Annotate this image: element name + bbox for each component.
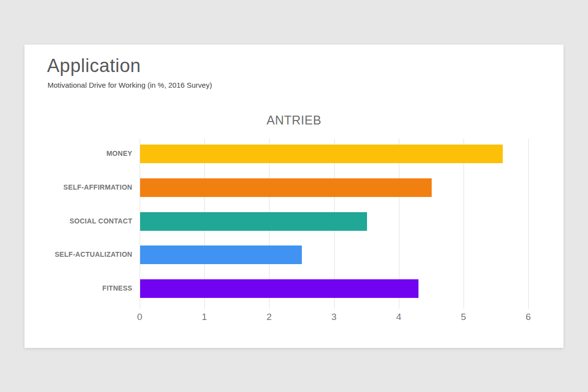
category-label: SOCIAL CONTACT xyxy=(24,217,132,225)
x-tick-label: 1 xyxy=(190,312,219,322)
slide-subtitle: Motivational Drive for Working (in %, 20… xyxy=(48,81,212,89)
bar xyxy=(140,279,418,298)
bar xyxy=(140,178,432,197)
x-tick-label: 2 xyxy=(254,312,284,322)
bar xyxy=(140,212,367,231)
bar xyxy=(140,245,302,264)
category-label: SELF-ACTUALIZATION xyxy=(24,250,132,258)
x-tick-label: 4 xyxy=(384,312,414,322)
x-tick-label: 3 xyxy=(319,312,349,322)
x-tick-label: 0 xyxy=(125,312,154,322)
bar xyxy=(140,145,503,163)
slide-title: Application xyxy=(47,55,141,76)
gridline xyxy=(528,139,529,309)
gridline xyxy=(464,139,464,309)
x-tick-label: 6 xyxy=(514,312,543,322)
category-label: SELF-AFFIRMATION xyxy=(24,183,132,191)
category-label: MONEY xyxy=(24,149,132,157)
slide-card: Application Motivational Drive for Worki… xyxy=(24,45,564,348)
chart-title: ANTRIEB xyxy=(24,113,564,127)
category-label: FITNESS xyxy=(24,284,132,292)
x-tick-label: 5 xyxy=(449,312,478,322)
